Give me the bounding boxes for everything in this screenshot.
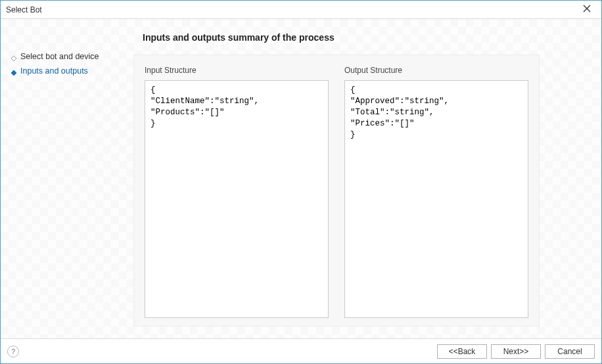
window-title: Select Bot (6, 5, 578, 14)
help-button[interactable]: ? (7, 346, 19, 357)
dialog-window: Select Bot Select bot and device Inputs … (0, 0, 602, 364)
cancel-button[interactable]: Cancel (545, 344, 595, 359)
input-structure-textarea[interactable] (145, 80, 329, 318)
wizard-step-label: Inputs and outputs (20, 66, 88, 76)
io-panel: Input Structure Output Structure (133, 55, 540, 327)
wizard-step-label: Select bot and device (20, 52, 99, 61)
input-structure-label: Input Structure (145, 66, 329, 75)
diamond-bullet-icon (11, 54, 16, 59)
wizard-step-select-bot[interactable]: Select bot and device (6, 49, 126, 64)
main-content: Inputs and outputs summary of the proces… (131, 19, 601, 338)
output-structure-textarea[interactable] (344, 80, 528, 318)
help-icon: ? (11, 348, 15, 355)
titlebar: Select Bot (1, 1, 601, 19)
next-button[interactable]: Next>> (491, 344, 541, 359)
wizard-sidebar: Select bot and device Inputs and outputs (1, 19, 131, 338)
output-structure-column: Output Structure (344, 66, 528, 318)
input-structure-column: Input Structure (145, 66, 329, 318)
output-structure-label: Output Structure (344, 66, 528, 75)
close-button[interactable] (578, 1, 596, 19)
dialog-body: Select bot and device Inputs and outputs… (1, 19, 601, 338)
dialog-footer: ? <<Back Next>> Cancel (1, 338, 601, 363)
page-heading: Inputs and outputs summary of the proces… (143, 32, 599, 43)
wizard-step-inputs-outputs[interactable]: Inputs and outputs (6, 64, 126, 78)
close-icon (583, 5, 591, 14)
diamond-bullet-icon (11, 68, 16, 74)
back-button[interactable]: <<Back (437, 344, 487, 359)
